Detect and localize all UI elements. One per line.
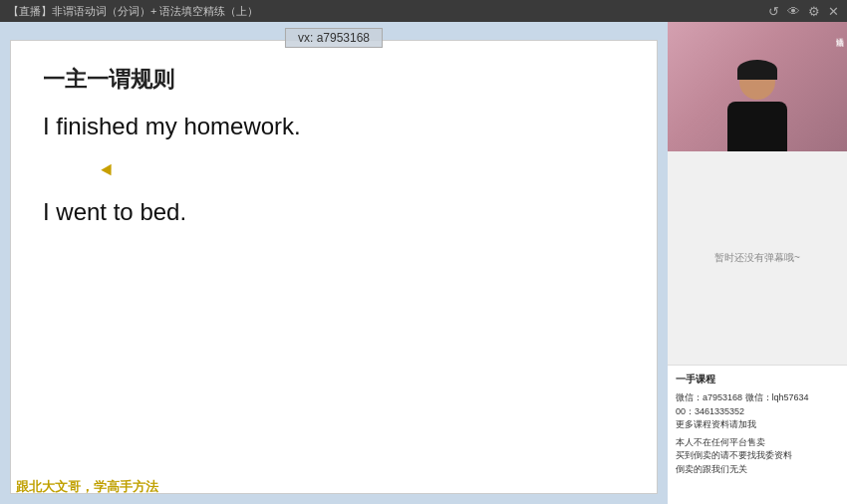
main-layout: vx: a7953168 一主一谓规则 I finished my homewo… — [0, 22, 847, 504]
reload-icon[interactable]: ↺ — [768, 4, 779, 19]
info-line-1: 微信：a7953168 微信：lqh57634 — [676, 391, 839, 405]
eye-icon[interactable]: 👁 — [787, 4, 800, 19]
close-icon[interactable]: ✕ — [828, 4, 839, 19]
info-title: 一手课程 — [676, 372, 839, 387]
slide-sentence-2: I went to bed. — [43, 198, 625, 226]
teacher-head — [739, 64, 775, 100]
chat-empty-label: 暂时还没有弹幕哦~ — [706, 243, 808, 273]
top-bar-icons: ↺ 👁 ⚙ ✕ — [768, 4, 839, 19]
chat-messages: 暂时还没有弹幕哦~ — [668, 151, 847, 365]
teacher-figure — [727, 64, 787, 151]
teacher-hair — [737, 60, 777, 80]
slide-rule-title: 一主一谓规则 — [43, 65, 625, 95]
top-bar: 【直播】非谓语动词（分词）+ 语法填空精练（上） ↺ 👁 ⚙ ✕ — [0, 0, 847, 22]
slide-bottom-watermark: 跟北大文哥，学高手方法 — [16, 478, 158, 496]
info-line-2: 00：3461335352 — [676, 405, 839, 419]
cursor-indicator — [103, 166, 117, 180]
vx-watermark: vx: a7953168 — [285, 28, 383, 48]
info-line-6: 倒卖的跟我们无关 — [676, 463, 839, 477]
slide-content: 一主一谓规则 I finished my homework. I went to… — [10, 40, 658, 494]
info-line-5: 买到倒卖的请不要找我委资料 — [676, 449, 839, 463]
teacher-background: 语法精练 — [668, 22, 847, 151]
right-panel: 语法精练 暂时还没有弹幕哦~ 一手课程 微信：a7953168 微信：lqh57… — [668, 22, 847, 504]
slide-sentence-1: I finished my homework. — [43, 113, 625, 140]
video-area: 语法精练 — [668, 22, 847, 151]
info-panel: 一手课程 微信：a7953168 微信：lqh57634 00：34613353… — [668, 365, 847, 504]
info-line-4: 本人不在任何平台售卖 — [676, 436, 839, 450]
info-line-3: 更多课程资料请加我 — [676, 418, 839, 432]
chat-area: 暂时还没有弹幕哦~ — [668, 151, 847, 365]
teacher-body — [727, 102, 787, 151]
settings-icon[interactable]: ⚙ — [808, 4, 820, 19]
top-bar-title: 【直播】非谓语动词（分词）+ 语法填空精练（上） — [8, 4, 768, 19]
cursor-arrow-shape — [101, 164, 116, 179]
slide-area: vx: a7953168 一主一谓规则 I finished my homewo… — [0, 22, 668, 504]
